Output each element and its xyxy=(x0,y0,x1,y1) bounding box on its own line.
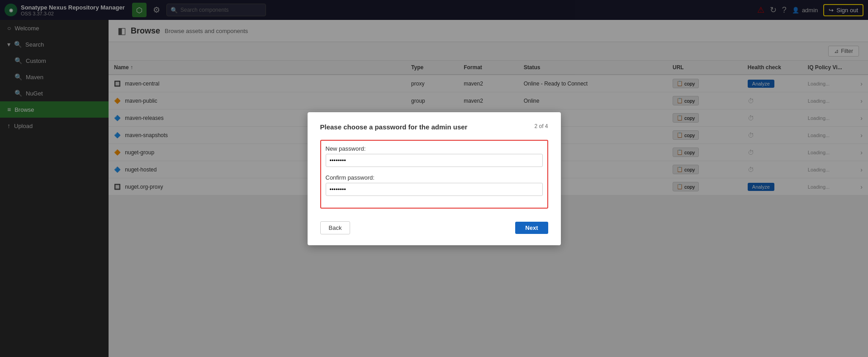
modal-title: Please choose a password for the admin u… xyxy=(320,123,468,131)
password-modal: Please choose a password for the admin u… xyxy=(308,112,561,245)
modal-footer: Back Next xyxy=(320,221,548,234)
modal-overlay: Please choose a password for the admin u… xyxy=(0,0,868,357)
confirm-password-input[interactable] xyxy=(326,183,543,196)
confirm-password-label: Confirm password: xyxy=(326,174,543,181)
next-button[interactable]: Next xyxy=(515,222,548,234)
new-password-group: New password: xyxy=(326,145,543,167)
password-fields-box: New password: Confirm password: xyxy=(320,140,548,209)
back-button[interactable]: Back xyxy=(320,221,351,234)
new-password-label: New password: xyxy=(326,145,543,152)
new-password-input[interactable] xyxy=(326,154,543,167)
modal-step: 2 of 4 xyxy=(534,123,548,129)
modal-header: Please choose a password for the admin u… xyxy=(320,123,548,131)
confirm-password-group: Confirm password: xyxy=(326,174,543,196)
